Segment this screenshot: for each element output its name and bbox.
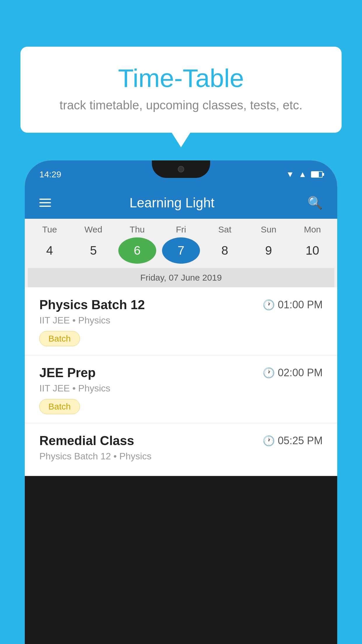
item-2-batch-badge: Batch [39,399,80,414]
status-time: 14:29 [39,168,61,179]
app-header: Learning Light 🔍 [25,187,337,219]
schedule-list: Physics Batch 12 🕐 01:00 PM IIT JEE • Ph… [25,287,337,476]
day-7-selected[interactable]: 7 [162,237,200,264]
item-3-time-value: 05:25 PM [278,435,323,447]
phone-frame: 14:29 ▼ ▲ Learning Light 🔍 [25,160,337,644]
wifi-icon: ▼ [286,170,294,179]
speech-bubble-container: Time-Table track timetable, upcoming cla… [20,47,342,133]
day-header-thu: Thu [118,225,156,235]
schedule-item-1-header: Physics Batch 12 🕐 01:00 PM [39,298,323,312]
day-headers: Tue Wed Thu Fri Sat Sun Mon [28,225,334,235]
day-header-fri: Fri [162,225,200,235]
schedule-item-3[interactable]: Remedial Class 🕐 05:25 PM Physics Batch … [25,423,337,476]
app-title: Learning Light [36,195,307,211]
day-header-sun: Sun [250,225,288,235]
item-2-time: 🕐 02:00 PM [263,367,323,379]
day-header-tue: Tue [31,225,68,235]
phone-notch [152,160,210,178]
day-10[interactable]: 10 [294,237,331,264]
status-bar: 14:29 ▼ ▲ [25,160,337,187]
day-header-mon: Mon [294,225,331,235]
battery-icon [311,171,323,178]
phone-screen: 14:29 ▼ ▲ Learning Light 🔍 [25,160,337,476]
schedule-item-1[interactable]: Physics Batch 12 🕐 01:00 PM IIT JEE • Ph… [25,287,337,355]
status-icons: ▼ ▲ [286,168,323,179]
day-header-sat: Sat [206,225,244,235]
schedule-item-2-header: JEE Prep 🕐 02:00 PM [39,365,323,380]
day-8[interactable]: 8 [206,237,244,264]
camera-dot [178,166,184,172]
item-2-time-value: 02:00 PM [278,367,323,379]
speech-bubble: Time-Table track timetable, upcoming cla… [20,47,342,133]
item-2-subtitle: IIT JEE • Physics [39,383,323,394]
day-9[interactable]: 9 [250,237,288,264]
schedule-item-3-header: Remedial Class 🕐 05:25 PM [39,433,323,448]
item-3-title: Remedial Class [39,433,134,448]
day-6-today[interactable]: 6 [118,237,156,264]
item-1-batch-badge: Batch [39,331,80,346]
day-header-wed: Wed [74,225,112,235]
day-5[interactable]: 5 [74,237,112,264]
item-2-title: JEE Prep [39,365,96,380]
clock-icon-2: 🕐 [263,367,275,379]
item-3-time: 🕐 05:25 PM [263,435,323,447]
day-4[interactable]: 4 [31,237,68,264]
item-1-time: 🕐 01:00 PM [263,299,323,311]
item-3-subtitle: Physics Batch 12 • Physics [39,451,323,462]
clock-icon-1: 🕐 [263,299,275,311]
app-feature-subtitle: track timetable, upcoming classes, tests… [44,98,318,112]
item-1-subtitle: IIT JEE • Physics [39,315,323,326]
phone-wrapper: 14:29 ▼ ▲ Learning Light 🔍 [25,160,337,644]
calendar-strip: Tue Wed Thu Fri Sat Sun Mon 4 5 6 7 8 9 … [25,219,337,287]
selected-date-label: Friday, 07 June 2019 [28,268,334,287]
item-1-title: Physics Batch 12 [39,298,145,312]
clock-icon-3: 🕐 [263,435,275,447]
search-button[interactable]: 🔍 [307,196,323,210]
day-numbers: 4 5 6 7 8 9 10 [28,237,334,268]
signal-icon: ▲ [298,170,307,179]
schedule-item-2[interactable]: JEE Prep 🕐 02:00 PM IIT JEE • Physics Ba… [25,355,337,423]
app-feature-title: Time-Table [44,64,318,92]
item-1-time-value: 01:00 PM [278,299,323,311]
